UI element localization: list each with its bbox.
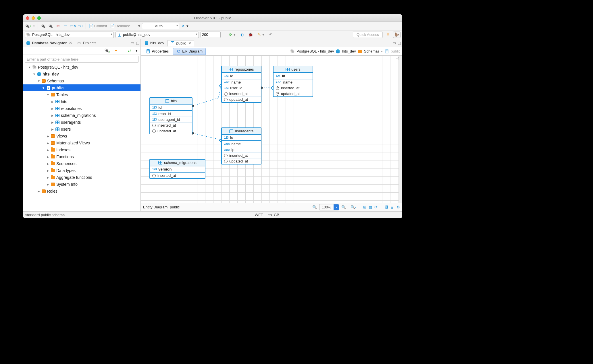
rollback-button[interactable]: 📄Rollback bbox=[109, 23, 131, 29]
tree-schema-public[interactable]: ▼public bbox=[23, 84, 140, 91]
search-icon[interactable]: 🔍 bbox=[312, 205, 317, 209]
history-button[interactable]: ↺▾ bbox=[180, 23, 190, 29]
export-image-icon[interactable]: 🖼 bbox=[384, 205, 388, 209]
table-icon bbox=[229, 129, 233, 133]
zoom-dropdown[interactable]: 100%▾ bbox=[319, 204, 339, 210]
er-diagram-canvas[interactable]: hits 123id 123repo_id 123useragent_id in… bbox=[141, 56, 399, 203]
breadcrumb-db[interactable]: hits_dev bbox=[342, 49, 356, 53]
quick-access-input[interactable]: Quick Access bbox=[353, 32, 383, 38]
maximize-view-icon[interactable]: ▢ bbox=[398, 41, 401, 45]
text-type-icon: ABC bbox=[224, 81, 230, 84]
minimize-view-icon[interactable]: ▭ bbox=[131, 41, 134, 45]
tree-table-repositories[interactable]: ▶repositories bbox=[23, 105, 140, 112]
dbeaver-perspective-button[interactable]: 🦫 bbox=[393, 32, 401, 38]
breadcrumb-public[interactable]: public bbox=[391, 49, 401, 53]
tree-mviews-folder[interactable]: ▶Materialized Views bbox=[23, 140, 140, 146]
view-menu-button[interactable]: ▾ bbox=[134, 48, 139, 53]
tree-connection[interactable]: ▼🐘PostgreSQL - hits_dev bbox=[23, 64, 140, 71]
tree-tables-folder[interactable]: ▼Tables bbox=[23, 91, 140, 98]
scroll-indicator[interactable]: ◁ bbox=[396, 56, 399, 60]
tree-schemas[interactable]: ▼Schemas bbox=[23, 78, 140, 84]
zoom-in-icon[interactable]: 🔍+ bbox=[341, 205, 348, 209]
schema-page-icon bbox=[384, 49, 389, 54]
grid-icon[interactable]: ▦ bbox=[369, 205, 372, 209]
tree-views-folder[interactable]: ▶Views bbox=[23, 133, 140, 140]
editor-tab-public[interactable]: public✕ bbox=[167, 40, 194, 47]
tab-projects[interactable]: ▭ Projects bbox=[75, 40, 98, 46]
minimize-view-icon[interactable]: ▭ bbox=[392, 41, 396, 45]
folder-icon bbox=[51, 148, 55, 152]
commit-mode-dropdown[interactable]: Auto bbox=[142, 23, 179, 29]
text-type-icon: ABC bbox=[276, 81, 282, 84]
tree-functions-folder[interactable]: ▶Functions bbox=[23, 153, 140, 160]
numeric-type-icon: 123 bbox=[152, 106, 157, 109]
close-icon[interactable]: ✕ bbox=[188, 41, 191, 45]
tree-roles[interactable]: ▶Roles bbox=[23, 188, 140, 195]
postgres-icon: 🐘 bbox=[290, 49, 295, 54]
table-icon bbox=[55, 99, 60, 104]
tree-table-hits[interactable]: ▶hits bbox=[23, 98, 140, 105]
postgres-icon: 🐘 bbox=[26, 32, 31, 37]
window-minimize-button[interactable] bbox=[32, 16, 35, 20]
refresh-button[interactable]: ⟳▾ bbox=[227, 32, 237, 38]
zoom-out-icon[interactable]: 🔍- bbox=[351, 205, 356, 209]
tree-datatypes-folder[interactable]: ▶Data types bbox=[23, 167, 140, 174]
tree-sequences-folder[interactable]: ▶Sequences bbox=[23, 160, 140, 167]
entity-repositories[interactable]: repositories 123id ABCname 123user_id in… bbox=[221, 66, 261, 103]
text-type-icon: ABC bbox=[224, 143, 230, 146]
timestamp-type-icon bbox=[276, 92, 279, 96]
entity-useragents[interactable]: useragents 123id ABCname ABCip inserted_… bbox=[221, 127, 261, 164]
brush-button[interactable]: ✎▾ bbox=[256, 32, 265, 38]
catalog-dropdown[interactable]: public@hits_dev bbox=[115, 32, 199, 38]
connect-button[interactable]: 🔌 bbox=[40, 23, 47, 29]
txn-mode-button[interactable]: T▾ bbox=[132, 23, 141, 29]
reconnect-button[interactable]: 🔌 bbox=[47, 23, 54, 29]
tab-database-navigator[interactable]: Database Navigator ✕ bbox=[24, 40, 74, 46]
tree-database[interactable]: ▼hits_dev bbox=[23, 71, 140, 78]
sql-editor-button[interactable]: ▭ bbox=[62, 23, 69, 29]
plug-refresh-icon: 🔌 bbox=[48, 24, 53, 28]
stop-button[interactable]: ◐ bbox=[238, 32, 245, 38]
collapse-button[interactable]: — bbox=[118, 48, 124, 53]
tree-aggfns-folder[interactable]: ▶Aggregate functions bbox=[23, 174, 140, 181]
new-connection-dropdown[interactable]: ▾ bbox=[32, 24, 36, 28]
print-icon[interactable]: 🖨 bbox=[390, 205, 394, 209]
timestamp-type-icon bbox=[224, 98, 228, 101]
tree-filter-input[interactable]: Enter a part of table name here bbox=[25, 56, 139, 63]
breadcrumb-schemas[interactable]: Schemas bbox=[364, 49, 380, 53]
disconnect-button[interactable]: ✂ bbox=[55, 23, 61, 29]
new-connection-button[interactable]: 🔌+ bbox=[25, 23, 32, 29]
bug-button[interactable]: 🐞 bbox=[247, 32, 254, 38]
rows-limit-input[interactable] bbox=[201, 32, 221, 38]
window-close-button[interactable] bbox=[26, 16, 29, 20]
table-icon bbox=[286, 68, 290, 71]
tree-table-useragents[interactable]: ▶useragents bbox=[23, 119, 140, 126]
link-editor-button[interactable]: ⇄ bbox=[127, 48, 132, 53]
layout-icon[interactable]: ⊞ bbox=[363, 205, 366, 209]
roles-icon bbox=[41, 189, 46, 193]
maximize-view-icon[interactable]: ▢ bbox=[136, 41, 139, 45]
sql-editor-recent-button[interactable]: ▭↻ bbox=[70, 23, 76, 29]
tree-indexes-folder[interactable]: ▶Indexes bbox=[23, 146, 140, 153]
sql-editor-new-button[interactable]: ▭+ bbox=[77, 23, 84, 29]
breadcrumb-connection[interactable]: PostgreSQL - hits_dev bbox=[296, 49, 334, 53]
close-icon[interactable]: ✕ bbox=[69, 41, 72, 45]
entity-hits[interactable]: hits 123id 123repo_id 123useragent_id in… bbox=[149, 97, 192, 134]
tree-sysinfo-folder[interactable]: ▶System Info bbox=[23, 181, 140, 188]
perspective-button[interactable]: ⊞ bbox=[384, 32, 391, 38]
commit-button[interactable]: 📄Commit bbox=[88, 23, 108, 29]
refresh-diagram-icon[interactable]: ⟳ bbox=[374, 205, 378, 209]
entity-users[interactable]: users 123id ABCname inserted_at updated_… bbox=[273, 66, 313, 97]
settings-gear-icon[interactable]: ⚙ bbox=[396, 205, 400, 209]
tree-table-users[interactable]: ▶users bbox=[23, 126, 140, 133]
entity-schema-migrations[interactable]: schema_migrations 123version inserted_at bbox=[149, 159, 205, 179]
window-zoom-button[interactable] bbox=[37, 16, 41, 20]
editor-tab-hits-dev[interactable]: hits_dev bbox=[142, 40, 166, 46]
tree-table-schema-migrations[interactable]: ▶schema_migrations bbox=[23, 112, 140, 119]
undo-button[interactable]: ↶ bbox=[267, 32, 274, 38]
new-folder-button[interactable] bbox=[114, 50, 116, 51]
new-connection-mini-button[interactable]: 🔌+ bbox=[103, 48, 111, 54]
subtab-er-diagram[interactable]: ⌬ER Diagram bbox=[173, 48, 206, 55]
datasource-dropdown[interactable]: 🐘 PostgreSQL - hits_dev bbox=[25, 32, 114, 38]
subtab-properties[interactable]: Properties bbox=[143, 48, 172, 55]
